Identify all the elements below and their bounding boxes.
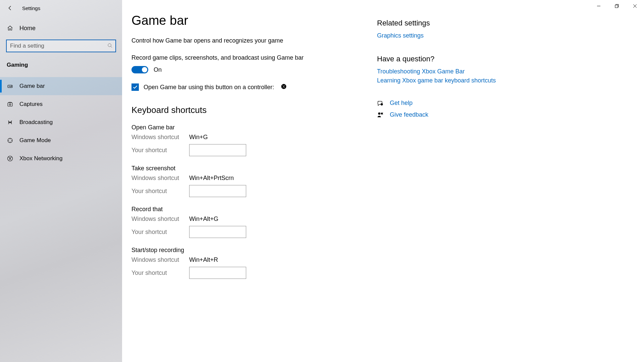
minimize-button[interactable] (590, 0, 608, 12)
sidebar-item-broadcasting[interactable]: Broadcasting (0, 113, 122, 131)
win-shortcut-value: Win+G (189, 134, 208, 141)
maximize-icon (615, 4, 619, 8)
win-shortcut-value: Win+Alt+PrtScrn (189, 175, 234, 182)
record-description: Record game clips, screenshots, and broa… (131, 54, 361, 61)
graphics-settings-link[interactable]: Graphics settings (377, 32, 504, 39)
svg-point-6 (10, 122, 11, 123)
shortcut-start-stop-recording: Start/stop recording Windows shortcut Wi… (131, 247, 361, 279)
svg-rect-12 (615, 5, 618, 8)
your-shortcut-label: Your shortcut (131, 269, 189, 277)
close-button[interactable] (626, 0, 644, 12)
record-toggle-row: On (131, 66, 361, 73)
toggle-knob (142, 67, 147, 72)
maximize-button[interactable] (608, 0, 626, 12)
shortcuts-heading: Keyboard shortcuts (131, 105, 361, 115)
xbox-logo-icon (281, 83, 287, 91)
checkmark-icon (132, 84, 138, 90)
svg-point-5 (9, 104, 11, 106)
shortcut-title: Open Game bar (131, 124, 361, 131)
your-shortcut-input[interactable] (189, 226, 246, 238)
svg-point-3 (11, 86, 11, 87)
troubleshooting-link[interactable]: Troubleshooting Xbox Game Bar (377, 68, 504, 75)
get-help-link[interactable]: Get help (390, 100, 413, 107)
have-a-question-heading: Have a question? (377, 55, 504, 63)
page-title: Game bar (131, 13, 361, 28)
win-shortcut-label: Windows shortcut (131, 216, 189, 223)
captures-icon (7, 101, 13, 108)
record-toggle[interactable] (131, 66, 148, 73)
nav-label: Broadcasting (19, 119, 53, 126)
sidebar: Settings Home Gaming Game bar Captures (0, 0, 122, 362)
broadcasting-icon (7, 119, 13, 126)
your-shortcut-input[interactable] (189, 185, 246, 197)
your-shortcut-label: Your shortcut (131, 147, 189, 154)
sidebar-item-captures[interactable]: Captures (0, 95, 122, 113)
content: Game bar Control how Game bar opens and … (122, 0, 377, 362)
window-controls (590, 0, 644, 12)
win-shortcut-label: Windows shortcut (131, 175, 189, 182)
category-label: Gaming (0, 56, 122, 71)
shortcut-title: Record that (131, 206, 361, 213)
search-icon (107, 43, 113, 50)
toggle-state-label: On (154, 66, 162, 73)
win-shortcut-label: Windows shortcut (131, 256, 189, 263)
shortcut-title: Start/stop recording (131, 247, 361, 254)
give-feedback-link[interactable]: Give feedback (390, 111, 428, 118)
arrow-left-icon (7, 5, 13, 11)
nav-label: Game Mode (19, 137, 51, 144)
search-wrap (0, 37, 122, 56)
your-shortcut-label: Your shortcut (131, 188, 189, 195)
give-feedback-row[interactable]: Give feedback (377, 111, 504, 118)
app-title: Settings (22, 5, 40, 11)
your-shortcut-input[interactable] (189, 144, 246, 156)
svg-point-11 (378, 112, 380, 115)
nav-label: Game bar (19, 83, 45, 89)
sidebar-item-game-bar[interactable]: Game bar (0, 77, 122, 95)
sidebar-home[interactable]: Home (0, 19, 122, 37)
sidebar-item-xbox-networking[interactable]: Xbox Networking (0, 149, 122, 168)
shortcut-title: Take screenshot (131, 165, 361, 172)
xbox-icon (7, 155, 13, 162)
game-mode-icon (7, 137, 13, 144)
main: Game bar Control how Game bar opens and … (122, 0, 644, 362)
sidebar-header: Settings (0, 1, 122, 15)
controller-checkbox-label: Open Game bar using this button on a con… (144, 84, 274, 91)
svg-point-0 (108, 44, 111, 47)
right-column: Related settings Graphics settings Have … (377, 0, 518, 362)
shortcut-open-game-bar: Open Game bar Windows shortcut Win+G You… (131, 124, 361, 156)
nav-label: Xbox Networking (19, 155, 63, 162)
nav-label: Captures (19, 101, 43, 108)
sidebar-item-game-mode[interactable]: Game Mode (0, 131, 122, 149)
svg-point-10 (381, 103, 383, 106)
win-shortcut-label: Windows shortcut (131, 134, 189, 141)
related-settings-heading: Related settings (377, 19, 504, 27)
back-button[interactable] (6, 4, 14, 12)
page-description: Control how Game bar opens and recognize… (131, 37, 361, 44)
nav-list: Game bar Captures Broadcasting Game Mode… (0, 77, 122, 168)
help-icon (377, 100, 384, 107)
svg-rect-4 (8, 103, 12, 107)
feedback-icon (377, 112, 384, 118)
close-icon (633, 4, 637, 8)
your-shortcut-input[interactable] (189, 267, 246, 279)
minimize-icon (597, 4, 601, 8)
controller-checkbox-row: Open Game bar using this button on a con… (131, 83, 361, 91)
shortcut-record-that: Record that Windows shortcut Win+Alt+G Y… (131, 206, 361, 238)
svg-point-2 (11, 86, 12, 86)
learning-shortcuts-link[interactable]: Learning Xbox game bar keyboard shortcut… (377, 77, 504, 84)
search-input[interactable] (6, 40, 116, 52)
controller-checkbox[interactable] (131, 83, 139, 91)
game-bar-icon (7, 83, 13, 89)
your-shortcut-label: Your shortcut (131, 229, 189, 236)
home-icon (7, 25, 13, 32)
home-label: Home (19, 25, 36, 32)
win-shortcut-value: Win+Alt+G (189, 216, 218, 223)
shortcut-take-screenshot: Take screenshot Windows shortcut Win+Alt… (131, 165, 361, 197)
get-help-row[interactable]: Get help (377, 100, 504, 107)
win-shortcut-value: Win+Alt+R (189, 256, 218, 263)
